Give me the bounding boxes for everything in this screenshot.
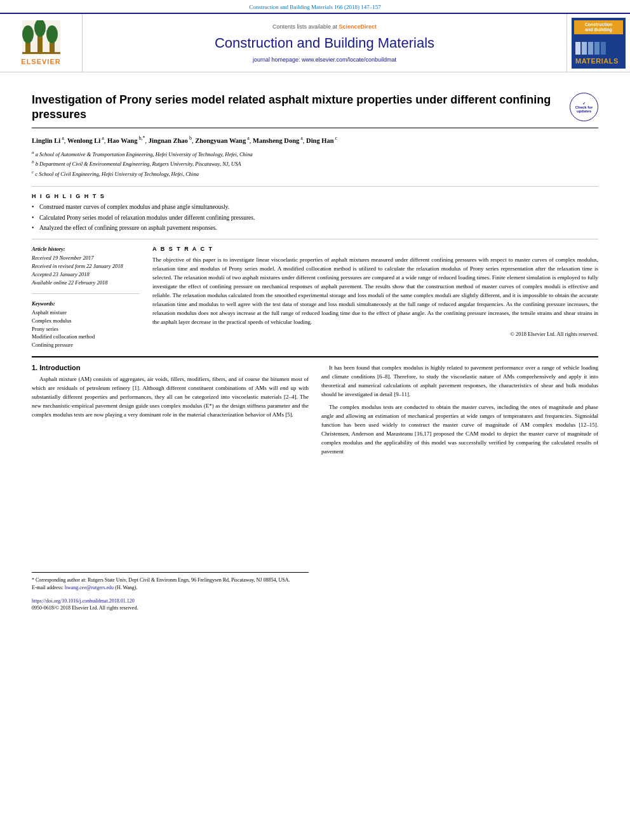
author-ding: Ding Han	[306, 137, 333, 143]
cbm-logo-top: Constructionand Building	[574, 20, 623, 34]
abstract-col: A B S T R A C T The objective of this pa…	[152, 246, 598, 350]
keywords-section: Keywords: Asphalt mixture Complex modulu…	[32, 300, 140, 349]
journal-header: ELSEVIER Contents lists available at Sci…	[0, 13, 630, 72]
keyword-3: Prony series	[32, 326, 140, 333]
affiliation-c: c c School of Civil Engineering, Hefei U…	[32, 169, 598, 178]
doi-link[interactable]: https://doi.org/10.1016/j.conbuildmat.20…	[32, 598, 135, 604]
affiliation-a: a a School of Automotive & Transportatio…	[32, 149, 598, 159]
journal-ref-bar: Construction and Building Materials 166 …	[0, 0, 630, 13]
cbm-logo-top-text: Constructionand Building	[585, 22, 613, 32]
intro-right-para-2: The complex modulus tests are conducted …	[321, 403, 598, 457]
author-hao: Hao Wang	[107, 137, 137, 143]
journal-title: Construction and Building Materials	[215, 35, 434, 51]
svg-point-6	[46, 25, 58, 43]
elsevier-wordmark: ELSEVIER	[21, 58, 60, 65]
abstract-copyright: © 2018 Elsevier Ltd. All rights reserved…	[152, 331, 598, 337]
revised-date: Received in revised form 22 January 2018	[32, 263, 140, 270]
intro-section-label: Introduction	[39, 364, 80, 371]
keyword-4: Modified collocation method	[32, 333, 140, 341]
doi-section: https://doi.org/10.1016/j.conbuildmat.20…	[32, 597, 309, 611]
keyword-5: Confining pressure	[32, 342, 140, 349]
introduction-section: 1. Introduction Asphalt mixture (AM) con…	[32, 364, 598, 611]
footnote-corresponding: * Corresponding author at: Rutgers State…	[32, 577, 309, 584]
divider-2	[32, 239, 598, 239]
highlight-3: Analyzed the effect of confining pressur…	[32, 224, 598, 232]
divider-1	[32, 186, 598, 187]
intro-left-col: 1. Introduction Asphalt mixture (AM) con…	[32, 364, 309, 611]
article-history-label: Article history:	[32, 246, 140, 252]
highlights-list: Construed master curves of complex modul…	[32, 203, 598, 232]
sciencedirect-line: Contents lists available at ScienceDirec…	[272, 23, 377, 30]
author-mansheng: Mansheng Dong	[253, 137, 299, 143]
abstract-text: The objective of this paper is to invest…	[152, 256, 598, 327]
keywords-label: Keywords:	[32, 300, 140, 307]
elsevier-logo-area: ELSEVIER	[0, 14, 83, 72]
doi-copyright: 0950-0618/© 2018 Elsevier Ltd. All right…	[32, 605, 309, 611]
keyword-1: Asphalt mixture	[32, 309, 140, 317]
intro-para-1: Asphalt mixture (AM) consists of aggrega…	[32, 375, 309, 420]
received-date: Received 19 November 2017	[32, 255, 140, 262]
homepage-link[interactable]: journal homepage: www.elsevier.com/locat…	[253, 57, 396, 63]
cbm-materials-text: MATERIALS	[575, 57, 622, 65]
cbm-logo-bottom: MATERIALS	[574, 34, 623, 66]
authors-line: Linglin Li a, Wenlong Li a, Hao Wang b,*…	[32, 135, 598, 145]
intro-right-col: It has been found that complex modulus i…	[321, 364, 598, 611]
intro-left-text: Asphalt mixture (AM) consists of aggrega…	[32, 375, 309, 420]
intro-right-text: It has been found that complex modulus i…	[321, 364, 598, 456]
divider-3	[32, 293, 140, 294]
elsevier-tree-icon	[22, 20, 60, 55]
svg-point-4	[22, 25, 34, 43]
abstract-label: A B S T R A C T	[152, 246, 598, 252]
footnote-section: * Corresponding author at: Rutgers State…	[32, 572, 309, 592]
intro-section-number: 1.	[32, 364, 37, 371]
article-info-col: Article history: Received 19 November 20…	[32, 246, 140, 350]
svg-rect-7	[22, 52, 60, 54]
intro-section-title: 1. Introduction	[32, 364, 309, 371]
email-link[interactable]: hwang.cee@rutgers.edu	[65, 585, 114, 590]
footnote-email: E-mail address: hwang.cee@rutgers.edu (H…	[32, 584, 309, 592]
journal-header-center: Contents lists available at ScienceDirec…	[83, 14, 566, 72]
affiliation-b: b b Department of Civil & Environmental …	[32, 159, 598, 168]
elsevier-logo: ELSEVIER	[21, 20, 60, 65]
divider-4	[32, 356, 598, 357]
intro-right-para-1: It has been found that complex modulus i…	[321, 364, 598, 399]
article-title: Investigation of Prony series model rela…	[32, 93, 570, 123]
highlight-1: Construed master curves of complex modul…	[32, 203, 598, 211]
author-zhongyuan: Zhongyuan Wang	[195, 137, 246, 143]
article-info-abstract-section: Article history: Received 19 November 20…	[32, 246, 598, 350]
cbm-logo: Constructionand Building MATERIALS	[572, 18, 626, 69]
author-linglin: Linglin Li	[32, 137, 60, 143]
journal-reference: Construction and Building Materials 166 …	[249, 4, 380, 10]
main-content: Investigation of Prony series model rela…	[0, 72, 630, 621]
article-title-section: Investigation of Prony series model rela…	[32, 93, 598, 128]
author-wenlong: Wenlong Li	[67, 137, 100, 143]
available-date: Available online 22 February 2018	[32, 279, 140, 287]
page: Construction and Building Materials 166 …	[0, 0, 630, 621]
cbm-logo-area: Constructionand Building MATERIALS	[566, 14, 630, 72]
check-updates-badge: ✓Check forupdates	[570, 93, 598, 121]
author-jingnan: Jingnan Zhao	[149, 137, 188, 143]
affiliations: a a School of Automotive & Transportatio…	[32, 149, 598, 178]
highlight-2: Calculated Prony series model of relaxat…	[32, 214, 598, 222]
keyword-2: Complex modulus	[32, 317, 140, 325]
accepted-date: Accepted 23 January 2018	[32, 271, 140, 279]
journal-homepage: journal homepage: www.elsevier.com/locat…	[253, 57, 396, 63]
check-updates-text: ✓Check forupdates	[575, 101, 593, 113]
sciencedirect-link[interactable]: ScienceDirect	[339, 23, 377, 30]
highlights-label: H I G H L I G H T S	[32, 193, 598, 199]
